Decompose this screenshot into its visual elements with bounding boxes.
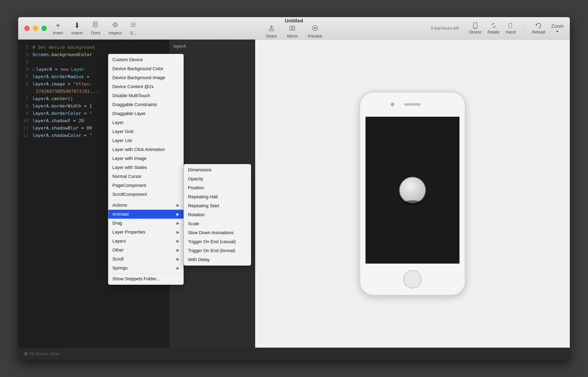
submenu-arrow-animate: ▶ (176, 212, 179, 216)
phone-screen (365, 117, 460, 264)
submenu-arrow-drag: ▶ (176, 221, 179, 225)
svg-rect-15 (293, 26, 295, 30)
app-window: + Insert ⬇ Import Docs (18, 17, 570, 360)
menu-item-opacity[interactable]: Opacity (184, 174, 251, 183)
menu-item-animate[interactable]: Animate ▶ (108, 210, 184, 219)
snippets-label: S... (130, 31, 136, 35)
submenu-arrow-scroll: ▶ (176, 257, 179, 261)
menu-item-layer-with-image[interactable]: Layer with Image (108, 154, 184, 163)
menu-item-layer-with-states[interactable]: Layer with States (108, 163, 184, 172)
menu-item-with-delay[interactable]: With Delay (184, 255, 251, 264)
context-menu-2: Dimensions Opacity Position Repeating Ha… (184, 164, 251, 266)
menu-item-trigger-end-casual[interactable]: Trigger On End (casual) (184, 237, 251, 246)
inspect-button[interactable]: Inspect (109, 21, 122, 35)
menu-item-actions[interactable]: Actions ▶ (108, 201, 184, 210)
menu-item-layer-grid[interactable]: Layer Grid (108, 127, 184, 136)
hand-button[interactable]: Hand (506, 22, 515, 35)
rotate-button[interactable]: Rotate (488, 22, 500, 35)
menu-item-rotation[interactable]: Rotation (184, 210, 251, 219)
menu-item-device-bg-image[interactable]: Device Background Image (108, 73, 184, 82)
phone-top (360, 92, 465, 117)
maximize-button[interactable] (41, 26, 47, 31)
menu-item-layer-list[interactable]: Layer List (108, 136, 184, 145)
chevron-down-icon (555, 30, 559, 34)
menu-item-draggable-constraints[interactable]: Draggable Constraints (108, 100, 184, 109)
svg-marker-20 (493, 23, 495, 24)
zoom-value: Zoom (551, 23, 564, 29)
no-errors-dot (24, 352, 28, 355)
menu-item-custom-device[interactable]: Custom Device (108, 55, 184, 64)
menu-item-drag[interactable]: Drag ▶ (108, 219, 184, 228)
submenu-arrow-other: ▶ (176, 248, 179, 252)
menu-item-slow-down[interactable]: Slow Down Animations (184, 228, 251, 237)
reload-button[interactable]: Reload (532, 22, 545, 35)
home-button[interactable] (403, 270, 422, 288)
share-button[interactable]: Share (266, 24, 277, 39)
menu-item-disable-multitouch[interactable]: Disable MultiTouch (108, 91, 184, 100)
share-icon (268, 24, 274, 33)
device-button[interactable]: Device (469, 22, 481, 35)
status-time: 10ms (49, 352, 59, 356)
rotate-label: Rotate (488, 30, 500, 35)
rotate-icon (490, 22, 497, 29)
docs-label: Docs (91, 31, 100, 35)
hand-label: Hand (506, 30, 515, 35)
inspect-icon (112, 21, 118, 30)
menu-item-scale[interactable]: Scale (184, 219, 251, 228)
menu-item-other[interactable]: Other ▶ (108, 246, 184, 255)
menu-item-repeating-start[interactable]: Repeating Start (184, 201, 251, 210)
submenu-arrow-springs: ▶ (176, 266, 179, 270)
trial-text: 5 trial hours left (431, 26, 459, 31)
snippets-button[interactable]: S... (130, 21, 137, 35)
toolbar-left: + Insert ⬇ Import Docs (53, 21, 137, 35)
svg-point-5 (114, 24, 116, 25)
menu-separator-2 (108, 273, 184, 274)
snippets-icon (130, 21, 137, 30)
docs-button[interactable]: Docs (91, 21, 100, 35)
insert-button[interactable]: + Insert (53, 21, 63, 35)
svg-marker-21 (493, 27, 495, 28)
submenu-arrow-layers: ▶ (176, 239, 179, 243)
import-button[interactable]: ⬇ Import (71, 21, 83, 35)
context-menu-1: Custom Device Device Background Color De… (108, 54, 184, 285)
import-label: Import (71, 31, 83, 35)
menu-item-dimensions[interactable]: Dimensions (184, 165, 251, 174)
traffic-lights (24, 26, 47, 31)
menu-item-show-snippets[interactable]: Show Snippets Folder... (108, 274, 184, 283)
menu-item-scroll-component[interactable]: ScrollComponent (108, 190, 184, 199)
present-button[interactable]: Present (308, 24, 322, 39)
svg-marker-17 (314, 27, 316, 29)
avatar-circle (399, 177, 426, 203)
plus-icon: + (56, 21, 60, 30)
menu-item-repeating-halt[interactable]: Repeating Halt (184, 192, 251, 201)
code-line: # Set device background (33, 44, 165, 51)
zoom-button[interactable]: Zoom (551, 23, 564, 34)
status-bar: No Errors 10ms (18, 348, 570, 360)
menu-item-layer[interactable]: Layer (108, 118, 184, 127)
menu-item-position[interactable]: Position (184, 183, 251, 192)
close-button[interactable] (24, 26, 30, 31)
menu-item-springs[interactable]: Springs ▶ (108, 264, 184, 272)
menu-item-device-content[interactable]: Device Content @2x (108, 82, 184, 91)
menu-item-page-component[interactable]: PageComponent (108, 181, 184, 190)
menu-item-layers[interactable]: Layers ▶ (108, 237, 184, 246)
menu-item-layer-click-animation[interactable]: Layer with Click Animation (108, 145, 184, 154)
menu-item-trigger-end-formal[interactable]: Trigger On End (formal) (184, 246, 251, 255)
toolbar-center: Untitled Share (266, 18, 322, 39)
layer-label: layerA (174, 44, 186, 49)
toolbar-divider (524, 23, 524, 34)
status-text: No Errors (30, 352, 48, 356)
svg-rect-14 (290, 26, 292, 30)
phone-camera (391, 103, 394, 106)
minimize-button[interactable] (33, 26, 38, 31)
menu-item-scroll[interactable]: Scroll ▶ (108, 255, 184, 264)
mirror-button[interactable]: Mirror (287, 24, 298, 39)
menu-item-normal-cursor[interactable]: Normal Cursor (108, 172, 184, 181)
present-label: Present (308, 34, 322, 39)
menu-item-device-bg-color[interactable]: Device Background Color (108, 64, 184, 73)
svg-point-4 (113, 23, 117, 27)
menu-item-layer-properties[interactable]: Layer Properties ▶ (108, 228, 184, 237)
menu-item-draggable-layer[interactable]: Draggable Layer (108, 109, 184, 118)
line-numbers: 1 2 3 4 5 6 7 8 9 10 11 12 (18, 40, 30, 348)
menu-separator-1 (108, 200, 184, 200)
